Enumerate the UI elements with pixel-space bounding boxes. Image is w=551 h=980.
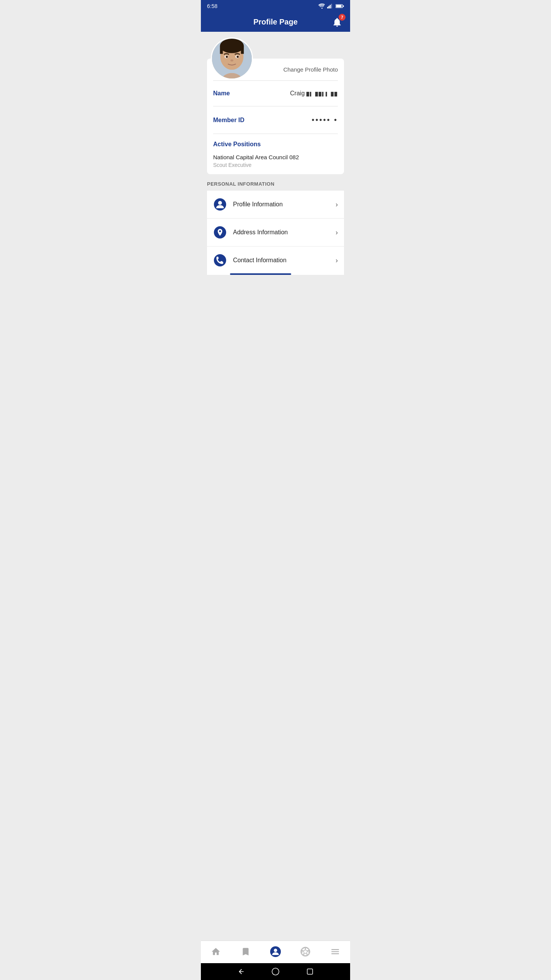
address-info-left: Address Information <box>213 225 288 239</box>
wifi-icon <box>318 3 325 9</box>
svg-point-23 <box>214 254 226 266</box>
svg-point-30 <box>272 968 279 975</box>
profile-nav-icon <box>270 946 281 957</box>
location-icon <box>214 226 226 238</box>
svg-rect-1 <box>327 7 328 8</box>
main-content: Change Profile Photo Name Craig █▌ ██▌▌ … <box>201 32 350 283</box>
contact-info-icon <box>213 253 227 267</box>
divider-name <box>213 80 338 81</box>
nav-scouts[interactable] <box>296 945 315 959</box>
android-home-button[interactable] <box>272 968 279 975</box>
scroll-indicator <box>230 273 291 275</box>
android-back-button[interactable] <box>237 968 245 975</box>
svg-rect-7 <box>343 5 344 7</box>
profile-information-item[interactable]: Profile Information › <box>207 191 344 219</box>
contact-information-item[interactable]: Contact Information › <box>207 247 344 274</box>
svg-rect-3 <box>330 5 331 8</box>
profile-chevron-icon: › <box>336 201 338 209</box>
divider-member <box>213 106 338 106</box>
svg-point-19 <box>230 59 233 62</box>
nav-menu[interactable] <box>326 945 344 959</box>
svg-marker-27 <box>302 948 308 955</box>
address-information-item[interactable]: Address Information › <box>207 219 344 247</box>
name-label: Name <box>213 90 230 97</box>
svg-point-25 <box>274 949 277 952</box>
svg-marker-29 <box>239 969 244 974</box>
nav-profile[interactable] <box>266 945 285 959</box>
position-org: National Capital Area Council 082 <box>213 154 338 160</box>
android-nav-bar <box>201 963 350 980</box>
svg-rect-2 <box>328 6 329 8</box>
app-bar: Profile Page 7 <box>201 12 350 32</box>
home-icon <box>210 946 221 957</box>
profile-info-left: Profile Information <box>213 198 283 211</box>
position-title: Scout Executive <box>213 162 338 168</box>
member-id-value: ••••• • <box>311 116 338 124</box>
scouts-icon <box>300 946 311 957</box>
info-list: Profile Information › Address Informatio… <box>207 191 344 275</box>
notification-button[interactable]: 7 <box>330 15 344 29</box>
svg-rect-6 <box>336 5 341 7</box>
status-icons <box>318 3 344 9</box>
contact-chevron-icon: › <box>336 256 338 265</box>
person-icon <box>214 198 226 211</box>
address-chevron-icon: › <box>336 229 338 237</box>
status-bar: 6:58 <box>201 0 350 12</box>
profile-info-icon <box>213 198 227 211</box>
personal-info-header: PERSONAL INFORMATION <box>207 174 344 191</box>
address-info-label: Address Information <box>233 229 288 236</box>
nav-bookmark[interactable] <box>236 945 255 959</box>
divider-positions <box>213 134 338 134</box>
name-value: Craig █▌ ██▌▌ ██ <box>290 90 338 97</box>
signal-icon <box>327 3 333 9</box>
menu-icon <box>330 946 341 957</box>
member-id-field: Member ID ••••• • <box>213 110 338 130</box>
profile-card: Change Profile Photo Name Craig █▌ ██▌▌ … <box>207 59 344 174</box>
avatar <box>211 38 253 80</box>
name-field: Name Craig █▌ ██▌▌ ██ <box>213 85 338 102</box>
svg-point-14 <box>220 40 244 50</box>
svg-rect-31 <box>307 969 313 974</box>
contact-info-left: Contact Information <box>213 253 287 267</box>
avatar-image <box>212 39 252 78</box>
bottom-nav <box>201 941 350 963</box>
bookmark-icon <box>240 946 251 957</box>
battery-icon <box>336 4 344 8</box>
phone-icon <box>214 254 226 266</box>
nav-home[interactable] <box>207 945 225 959</box>
change-photo-label[interactable]: Change Profile Photo <box>283 66 338 73</box>
status-time: 6:58 <box>207 3 217 9</box>
svg-point-17 <box>226 56 228 58</box>
svg-point-0 <box>321 8 323 9</box>
member-id-label: Member ID <box>213 117 245 124</box>
app-title: Profile Page <box>253 18 298 26</box>
active-positions-label: Active Positions <box>213 141 338 148</box>
contact-info-label: Contact Information <box>233 257 287 264</box>
svg-point-21 <box>218 201 222 205</box>
active-positions-section: Active Positions National Capital Area C… <box>213 138 338 168</box>
notification-bell: 7 <box>330 15 344 29</box>
svg-rect-4 <box>331 4 332 8</box>
android-recents-button[interactable] <box>306 968 314 975</box>
notification-badge: 7 <box>339 14 346 21</box>
profile-info-label: Profile Information <box>233 201 283 208</box>
svg-point-18 <box>236 56 239 58</box>
address-info-icon <box>213 225 227 239</box>
